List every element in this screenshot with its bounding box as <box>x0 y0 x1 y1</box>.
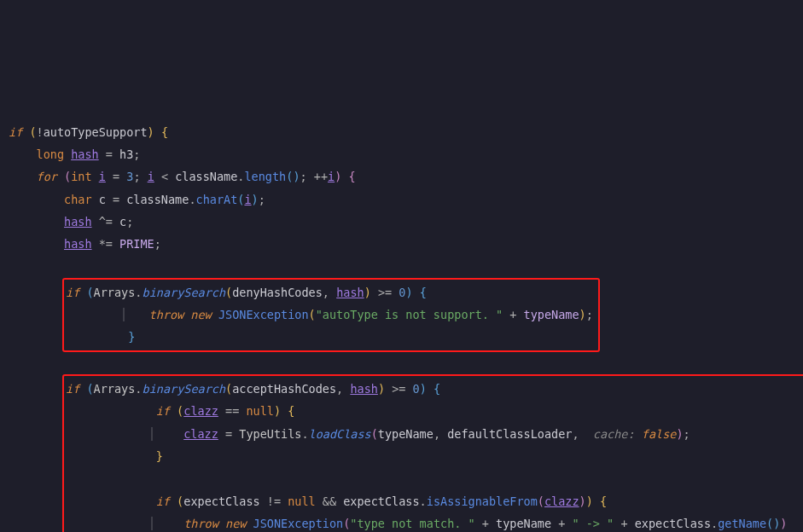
code-line: if (!autoTypeSupport) { <box>9 125 168 139</box>
code-line: char c = className.charAt(i); <box>9 193 265 206</box>
code-editor-view: if (!autoTypeSupport) { long hash = h3; … <box>9 98 794 532</box>
keyword-if: if <box>9 125 22 139</box>
code-line: hash *= PRIME; <box>9 237 161 251</box>
code-line: for (int i = 3; i < className.length(); … <box>9 170 356 183</box>
code-line: long hash = h3; <box>9 147 140 161</box>
code-line <box>9 259 15 273</box>
code-line: hash ^= c; <box>9 215 133 228</box>
code-line <box>9 356 15 370</box>
highlight-box-deny: if (Arrays.binarySearch(denyHashCodes, h… <box>9 330 600 344</box>
